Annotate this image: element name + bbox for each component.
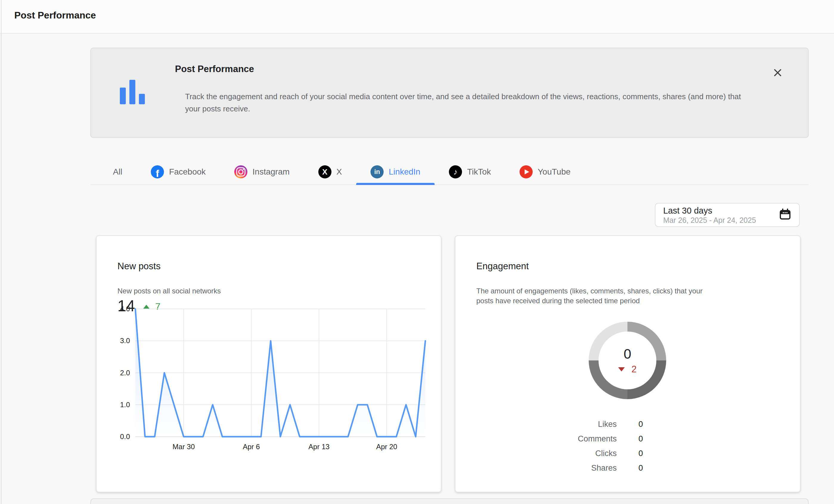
banner-description: Track the engagement and reach of your s… [185, 91, 748, 115]
facebook-icon: f [151, 165, 164, 178]
trend-down-icon [618, 367, 625, 371]
engagement-change: 2 [618, 364, 636, 375]
card-subtitle: The amount of engagements (likes, commen… [476, 286, 706, 306]
svg-text:3.0: 3.0 [120, 337, 130, 345]
legend-row: Shares0 [456, 461, 800, 475]
date-range-picker[interactable]: Last 30 days Mar 26, 2025 - Apr 24, 2025 [655, 203, 800, 227]
engagement-donut-chart: 0 2 [589, 322, 666, 399]
banner-title: Post Performance [175, 64, 254, 74]
engagement-total: 0 [623, 346, 631, 362]
legend-value: 0 [638, 449, 643, 458]
svg-text:Apr 6: Apr 6 [243, 443, 260, 451]
legend-row: Comments0 [456, 432, 800, 446]
legend-label: Shares [456, 463, 617, 473]
tab-label: All [113, 167, 122, 177]
tab-label: LinkedIn [389, 167, 420, 177]
close-icon[interactable] [771, 66, 784, 79]
instagram-icon [234, 165, 247, 178]
tab-youtube[interactable]: YouTube [505, 159, 585, 184]
svg-text:Mar 30: Mar 30 [173, 443, 195, 451]
date-range-value: Mar 26, 2025 - Apr 24, 2025 [663, 216, 756, 225]
new-posts-line-chart: 0.01.02.03.04.0Mar 30Apr 6Apr 13Apr 20 [96, 304, 442, 456]
tab-x[interactable]: XX [304, 159, 356, 184]
change-value: 2 [631, 364, 636, 375]
legend-row: Clicks0 [456, 446, 800, 461]
svg-text:4.0: 4.0 [120, 305, 130, 313]
post-performance-page: Post Performance Post Performance Track … [0, 0, 834, 504]
page-header: Post Performance [0, 0, 834, 34]
tiktok-icon: ♪ [449, 165, 462, 178]
card-subtitle: New posts on all social networks [117, 286, 221, 296]
svg-text:Apr 20: Apr 20 [376, 443, 397, 451]
tab-tiktok[interactable]: ♪TikTok [435, 159, 505, 184]
date-range-label: Last 30 days [663, 206, 756, 216]
x-icon: X [319, 165, 331, 178]
legend-label: Clicks [456, 449, 617, 458]
engagement-card: Engagement The amount of engagements (li… [455, 235, 800, 492]
platform-tabs: AllfFacebookInstagramXXinLinkedIn♪TikTok… [90, 159, 809, 185]
next-card-partial [90, 498, 809, 504]
legend-label: Likes [456, 420, 617, 429]
left-panel-divider [1, 0, 1, 504]
info-banner: Post Performance Track the engagement an… [90, 48, 809, 138]
calendar-icon [779, 208, 791, 222]
legend-value: 0 [638, 463, 643, 473]
tab-facebook[interactable]: fFacebook [136, 159, 220, 184]
legend-value: 0 [638, 420, 643, 429]
tab-label: Facebook [169, 167, 206, 177]
legend-row: Likes0 [456, 417, 800, 432]
youtube-icon [520, 165, 533, 178]
tab-label: YouTube [538, 167, 571, 177]
bar-chart-icon [120, 80, 145, 104]
new-posts-card: New posts New posts on all social networ… [96, 235, 441, 492]
svg-text:Apr 13: Apr 13 [308, 443, 330, 451]
tab-all[interactable]: All [98, 159, 136, 184]
card-title: New posts [117, 261, 161, 272]
card-title: Engagement [476, 261, 529, 272]
svg-text:0.0: 0.0 [120, 433, 130, 440]
legend-label: Comments [456, 434, 617, 443]
tab-instagram[interactable]: Instagram [220, 159, 304, 184]
tab-label: TikTok [467, 167, 491, 177]
tab-label: X [336, 167, 342, 177]
svg-text:2.0: 2.0 [120, 369, 130, 377]
tab-label: Instagram [253, 167, 290, 177]
linkedin-icon: in [371, 165, 383, 178]
page-title: Post Performance [14, 10, 96, 21]
engagement-legend: Likes0Comments0Clicks0Shares0 [456, 417, 800, 475]
legend-value: 0 [638, 434, 643, 443]
tab-linkedin[interactable]: inLinkedIn [356, 159, 435, 184]
svg-text:1.0: 1.0 [120, 400, 130, 409]
